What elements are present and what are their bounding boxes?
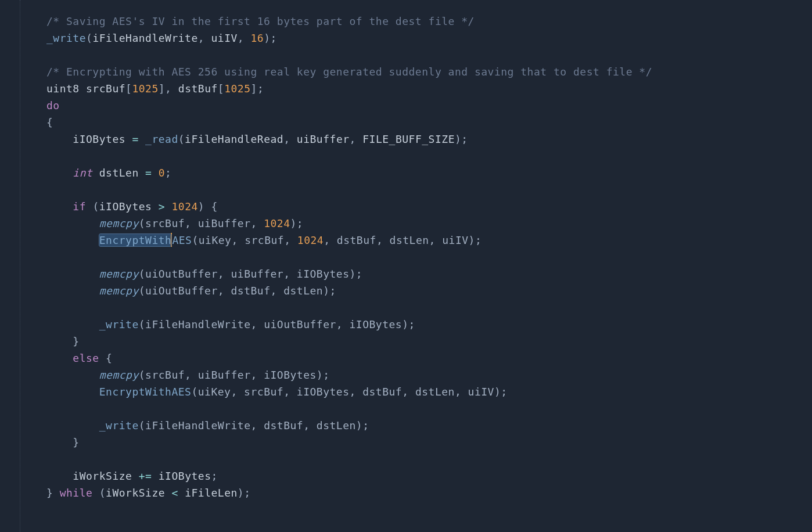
punct: ( <box>178 133 185 145</box>
fn-memcpy: memcpy <box>99 268 139 280</box>
op: = <box>125 133 145 145</box>
brace: } <box>46 487 53 499</box>
punct: , dstBuf, dstLen, uiIV); <box>324 234 482 246</box>
fn-encryptwithaes: EncryptWithAES <box>99 386 192 398</box>
type: uint8 <box>46 82 80 95</box>
number-literal: 1025 <box>224 82 250 95</box>
brace: } <box>73 335 79 347</box>
ident: iWorkSize <box>73 470 132 482</box>
editor-gutter <box>0 0 20 532</box>
punct: (iFileHandleWrite, uiOutBuffer, iIOBytes… <box>139 318 415 330</box>
punct: , <box>198 32 211 44</box>
constant: FILE_BUFF_SIZE <box>362 133 455 145</box>
number-literal: 0 <box>159 167 165 179</box>
punct: (uiOutBuffer, uiBuffer, iIOBytes); <box>139 268 362 280</box>
punct: [ <box>218 82 224 95</box>
punct: ); <box>264 32 277 44</box>
fn-memcpy: memcpy <box>99 217 139 229</box>
type-int: int <box>73 167 92 179</box>
number-literal: 1024 <box>264 217 290 229</box>
punct: ] <box>159 82 165 95</box>
ident: iIOBytes <box>99 200 152 213</box>
fn-memcpy: memcpy <box>99 369 139 381</box>
punct: ( <box>92 200 99 213</box>
ident: iIOBytes <box>73 133 125 145</box>
fn-memcpy: memcpy <box>99 285 139 297</box>
brace: { <box>46 116 53 128</box>
punct: , <box>283 133 297 145</box>
punct: (iFileHandleWrite, dstBuf, dstLen); <box>139 419 369 432</box>
punct: ] <box>251 82 257 95</box>
code-comment: /* Saving AES's IV in the first 16 bytes… <box>46 15 475 27</box>
punct: ); <box>238 487 251 499</box>
punct: [ <box>125 82 132 95</box>
brace: { <box>106 352 112 364</box>
ident: srcBuf <box>86 82 125 95</box>
op: > <box>159 200 165 213</box>
punct: (uiKey, srcBuf, iIOBytes, dstBuf, dstLen… <box>191 386 507 398</box>
number-literal: 16 <box>251 32 264 44</box>
number-literal: 1024 <box>297 234 324 246</box>
fn-read: _read <box>145 133 178 145</box>
punct: , <box>238 32 251 44</box>
fn-write: _write <box>46 32 86 44</box>
ident: uiIV <box>211 32 237 44</box>
fn-write: _write <box>99 419 139 432</box>
text-selection[interactable]: EncryptWith <box>99 234 172 246</box>
ident: dstBuf <box>178 82 218 95</box>
punct: ; <box>211 470 217 482</box>
punct: , <box>350 133 363 145</box>
ident: iFileLen <box>185 487 238 499</box>
punct: ; <box>257 82 264 95</box>
code-editor-content[interactable]: /* Saving AES's IV in the first 16 bytes… <box>46 13 652 501</box>
fn-encryptwithaes: AES <box>172 234 192 246</box>
keyword-do: do <box>46 99 60 112</box>
punct: (srcBuf, uiBuffer, iIOBytes); <box>139 369 330 381</box>
ident: uiBuffer <box>297 133 350 145</box>
op: += <box>139 470 152 482</box>
ident: iWorkSize <box>106 487 165 499</box>
punct: (uiOutBuffer, dstBuf, dstLen); <box>139 285 336 297</box>
punct: , <box>165 82 178 95</box>
number-literal: 1024 <box>171 200 197 213</box>
punct: ; <box>165 167 171 179</box>
punct: ); <box>290 217 304 229</box>
fn-write: _write <box>99 318 139 330</box>
keyword-else: else <box>73 352 99 364</box>
fn-encryptwithaes: EncryptWith <box>99 234 172 246</box>
ident: iFileHandleRead <box>185 133 283 145</box>
punct: (uiKey, srcBuf, <box>192 234 297 246</box>
keyword-if: if <box>73 200 86 213</box>
punct: ( <box>99 487 106 499</box>
punct: ) { <box>198 200 218 213</box>
ident: iIOBytes <box>159 470 211 482</box>
ident: dstLen <box>99 167 139 179</box>
keyword-while: while <box>60 487 93 499</box>
ident: iFileHandleWrite <box>92 32 197 44</box>
punct: ( <box>86 32 92 44</box>
op: = <box>139 167 159 179</box>
code-comment: /* Encrypting with AES 256 using real ke… <box>46 66 652 78</box>
punct: (srcBuf, uiBuffer, <box>139 217 264 229</box>
number-literal: 1025 <box>132 82 158 95</box>
punct: ); <box>455 133 468 145</box>
op: < <box>171 487 178 499</box>
brace: } <box>73 436 79 448</box>
